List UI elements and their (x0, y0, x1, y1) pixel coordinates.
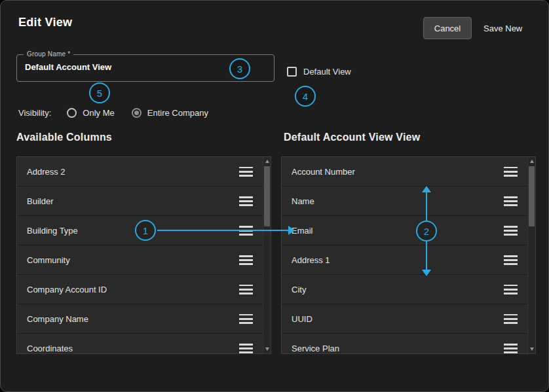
list-item-label: Coordinates (27, 344, 239, 353)
scrollbar-thumb[interactable] (529, 166, 535, 226)
page-title: Edit View (18, 16, 72, 29)
list-item[interactable]: Email (282, 216, 527, 245)
drag-handle-icon[interactable] (504, 344, 518, 353)
list-item-label: UUID (292, 314, 504, 324)
list-item-label: Account Number (292, 167, 504, 177)
annotation-badge-2: 2 (416, 221, 437, 241)
list-item[interactable]: Service Plan (282, 334, 527, 354)
drag-handle-icon[interactable] (239, 167, 253, 177)
list-item-label: Community (27, 255, 239, 265)
drag-handle-icon[interactable] (239, 196, 253, 206)
available-columns-list: Address 2 Builder Building Type Communit… (16, 156, 271, 354)
edit-view-dialog: Edit View Cancel Save New Group Name * D… (0, 0, 549, 392)
group-name-input[interactable] (25, 62, 221, 72)
list-item[interactable]: City (282, 275, 527, 304)
list-item-label: Address 2 (27, 167, 239, 177)
list-item-label: City (292, 285, 504, 294)
list-item-label: Company Name (27, 314, 239, 324)
drag-handle-icon[interactable] (504, 226, 518, 236)
default-view-checkbox[interactable] (287, 67, 297, 77)
radio-label: Only Me (83, 108, 114, 118)
drag-handle-icon[interactable] (504, 314, 518, 324)
list-item[interactable]: Account Number (282, 157, 527, 187)
drag-handle-icon[interactable] (239, 285, 253, 294)
scrollbar[interactable] (263, 157, 271, 353)
default-view-option[interactable]: Default View (287, 67, 351, 77)
available-rows: Address 2 Builder Building Type Communit… (17, 157, 263, 354)
list-item[interactable]: Company Account ID (17, 275, 263, 304)
selected-rows: Account Number Name Email Address 1 City… (282, 157, 527, 354)
annotation-arrowhead-up-icon (422, 186, 431, 192)
visibility-option-only-me[interactable]: Only Me (67, 108, 114, 118)
visibility-row: Visibility: Only Me Entire Company (18, 108, 225, 118)
list-item-label: Address 1 (292, 255, 504, 265)
scroll-up-icon[interactable] (263, 157, 271, 166)
drag-handle-icon[interactable] (504, 167, 518, 177)
selected-columns-heading: Default Account View View (284, 132, 420, 143)
list-item[interactable]: Builder (17, 187, 263, 216)
list-item-label: Service Plan (292, 344, 504, 353)
default-view-label: Default View (303, 67, 351, 77)
radio-selected-icon[interactable] (132, 108, 142, 118)
annotation-badge-5: 5 (89, 82, 110, 103)
list-item[interactable]: Address 2 (17, 157, 263, 187)
drag-handle-icon[interactable] (239, 314, 253, 324)
cancel-button[interactable]: Cancel (423, 17, 472, 39)
list-item-label: Name (292, 196, 504, 206)
annotation-arrow-down (426, 241, 427, 270)
scroll-up-icon[interactable] (528, 157, 535, 166)
annotation-badge-3: 3 (229, 58, 250, 79)
selected-columns-list: Account Number Name Email Address 1 City… (281, 156, 536, 354)
list-item[interactable]: UUID (282, 304, 527, 334)
radio-unselected-icon[interactable] (67, 108, 77, 118)
visibility-option-entire-company[interactable]: Entire Company (132, 108, 208, 118)
list-item[interactable]: Name (282, 187, 527, 216)
scrollbar[interactable] (527, 157, 535, 353)
annotation-arrowhead-right-icon (288, 226, 295, 235)
list-item-label: Company Account ID (27, 285, 239, 294)
radio-label: Entire Company (147, 108, 208, 118)
annotation-arrow-right (157, 230, 288, 231)
drag-handle-icon[interactable] (504, 285, 518, 294)
annotation-arrowhead-down-icon (422, 270, 431, 276)
list-item-label: Email (292, 226, 504, 236)
annotation-arrow-up (426, 192, 427, 221)
list-item[interactable]: Community (17, 245, 263, 275)
visibility-label: Visibility: (18, 108, 51, 118)
list-item[interactable]: Company Name (17, 304, 263, 334)
scroll-down-icon[interactable] (528, 345, 535, 353)
list-item[interactable]: Address 1 (282, 245, 527, 275)
annotation-badge-1: 1 (135, 220, 156, 241)
annotation-badge-4: 4 (295, 86, 316, 107)
list-item[interactable]: Coordinates (17, 334, 263, 354)
list-item-label: Builder (27, 196, 239, 206)
scrollbar-thumb[interactable] (264, 166, 270, 226)
drag-handle-icon[interactable] (239, 344, 253, 353)
drag-handle-icon[interactable] (504, 196, 518, 206)
drag-handle-icon[interactable] (239, 255, 253, 265)
group-name-label: Group Name * (24, 50, 73, 58)
available-columns-heading: Available Columns (16, 132, 112, 143)
scroll-down-icon[interactable] (263, 345, 271, 353)
save-new-button[interactable]: Save New (480, 21, 526, 36)
drag-handle-icon[interactable] (504, 255, 518, 265)
